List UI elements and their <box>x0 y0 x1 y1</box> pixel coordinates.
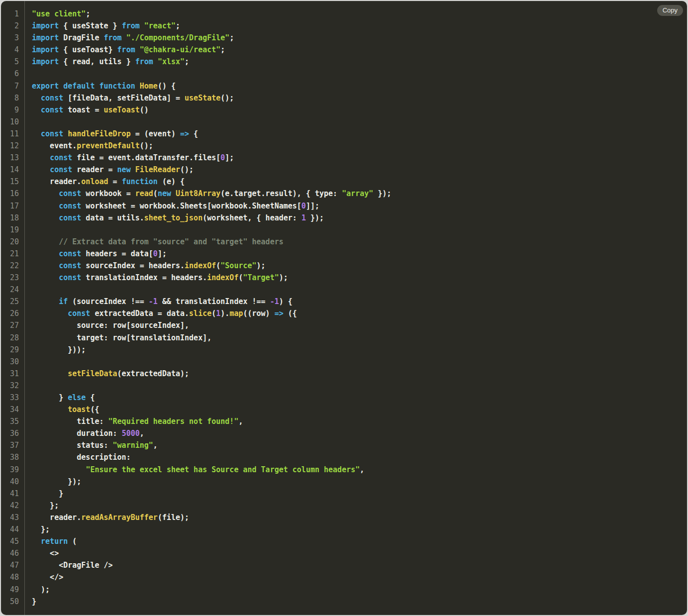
code-token: (file); <box>158 513 189 522</box>
code-token: if <box>59 297 68 306</box>
code-token: = (event) <box>131 129 180 138</box>
code-line: const data = utils.sheet_to_json(workshe… <box>32 212 687 224</box>
code-token: "react" <box>144 21 176 30</box>
code-token <box>59 82 63 91</box>
code-token: return <box>41 537 68 546</box>
code-token: ( <box>211 309 216 318</box>
code-token: "Target" <box>243 273 279 282</box>
code-token: ); <box>279 273 288 282</box>
code-line: const translationIndex = headers.indexOf… <box>32 272 687 284</box>
code-token: , <box>140 429 144 438</box>
line-number: 3 <box>1 32 19 44</box>
code-column: "use client";import { useState } from "r… <box>25 1 687 615</box>
code-token: setFileData <box>68 369 117 378</box>
line-number: 40 <box>1 476 19 488</box>
code-token: { read, utils } <box>59 57 135 66</box>
line-number: 39 <box>1 464 19 476</box>
code-token: import <box>32 57 59 66</box>
code-token: sheet_to_json <box>144 213 202 222</box>
code-token: handleFileDrop <box>68 129 130 138</box>
code-line <box>32 224 687 236</box>
code-token: }; <box>32 525 50 534</box>
code-line: import { read, utils } from "xlsx"; <box>32 56 687 68</box>
code-token: (); <box>220 94 234 103</box>
code-token: data = utils. <box>81 213 144 222</box>
line-number: 33 <box>1 392 19 404</box>
code-token: "Required headers not found!" <box>108 417 239 426</box>
line-number: 15 <box>1 176 19 188</box>
code-token: "xlsx" <box>158 57 185 66</box>
code-token: "Source" <box>220 261 256 270</box>
code-line: toast({ <box>32 404 687 415</box>
code-token: reader = <box>72 165 117 174</box>
code-token: <DragFile /> <box>32 561 113 570</box>
code-line: const toast = useToast() <box>32 104 687 116</box>
code-line: } else { <box>32 392 687 404</box>
line-number: 5 <box>1 56 19 68</box>
code-line: const handleFileDrop = (event) => { <box>32 128 687 140</box>
code-token: const <box>59 189 81 198</box>
code-token: useToast <box>104 105 140 114</box>
code-token: , <box>153 441 158 450</box>
code-token: import <box>32 45 59 54</box>
code-token: }; <box>32 501 59 510</box>
code-token: workbook = <box>81 189 135 198</box>
code-token: { useState } <box>59 21 121 30</box>
code-token <box>32 369 68 378</box>
code-token <box>32 261 59 270</box>
code-line: const worksheet = workbook.Sheets[workbo… <box>32 200 687 212</box>
code-line: }; <box>32 523 687 535</box>
code-token: const <box>68 309 90 318</box>
code-token <box>32 237 59 246</box>
line-number: 16 <box>1 188 19 200</box>
code-token: </> <box>32 573 63 582</box>
code-token: map <box>229 309 243 318</box>
code-token: [fileData, setFileData] = <box>63 94 185 103</box>
code-token: = <box>108 177 122 186</box>
code-line: title: "Required headers not found!", <box>32 415 687 427</box>
code-token: from <box>117 45 135 54</box>
code-line: export default function Home() { <box>32 80 687 92</box>
code-token: const <box>50 165 72 174</box>
code-token: target: row[translationIndex], <box>32 333 211 342</box>
code-token: (worksheet, { header: <box>202 213 301 222</box>
code-token: toast = <box>63 105 103 114</box>
line-number: 8 <box>1 92 19 104</box>
line-number: 12 <box>1 140 19 152</box>
code-token: "./Components/DragFile" <box>126 33 230 42</box>
code-token: FileReader <box>135 165 180 174</box>
code-token <box>32 405 68 414</box>
line-number: 24 <box>1 284 19 296</box>
code-line: event.preventDefault(); <box>32 140 687 152</box>
line-number: 14 <box>1 164 19 176</box>
line-number: 45 <box>1 535 19 547</box>
code-token: export <box>32 82 59 91</box>
line-number: 50 <box>1 596 19 608</box>
line-number: 37 <box>1 439 19 451</box>
line-number: 28 <box>1 332 19 344</box>
line-number: 1 <box>1 8 19 20</box>
code-token <box>32 202 59 210</box>
line-number: 11 <box>1 128 19 140</box>
line-number: 26 <box>1 308 19 319</box>
code-token: -1 <box>270 297 279 306</box>
code-token <box>32 189 59 198</box>
line-number-gutter: 1234567891011121314151617181920212223242… <box>1 1 25 615</box>
code-token: import <box>32 21 59 30</box>
code-token <box>135 45 140 54</box>
code-token: ; <box>176 21 180 30</box>
code-token: DragFile <box>59 33 103 42</box>
code-token: } <box>32 393 68 402</box>
line-number: 30 <box>1 356 19 368</box>
code-token: 0 <box>220 153 225 162</box>
code-token: (e.target.result), { type: <box>220 189 342 198</box>
code-token: ; <box>185 57 189 66</box>
code-token: indexOf <box>207 273 238 282</box>
code-token: ) { <box>279 297 293 306</box>
code-token: () { <box>158 82 176 91</box>
copy-button[interactable]: Copy <box>657 5 683 16</box>
code-line: import { useToast} from "@chakra-ui/reac… <box>32 44 687 56</box>
code-token: "array" <box>342 189 373 198</box>
code-token: const <box>41 94 63 103</box>
code-token: 0 <box>153 249 158 258</box>
